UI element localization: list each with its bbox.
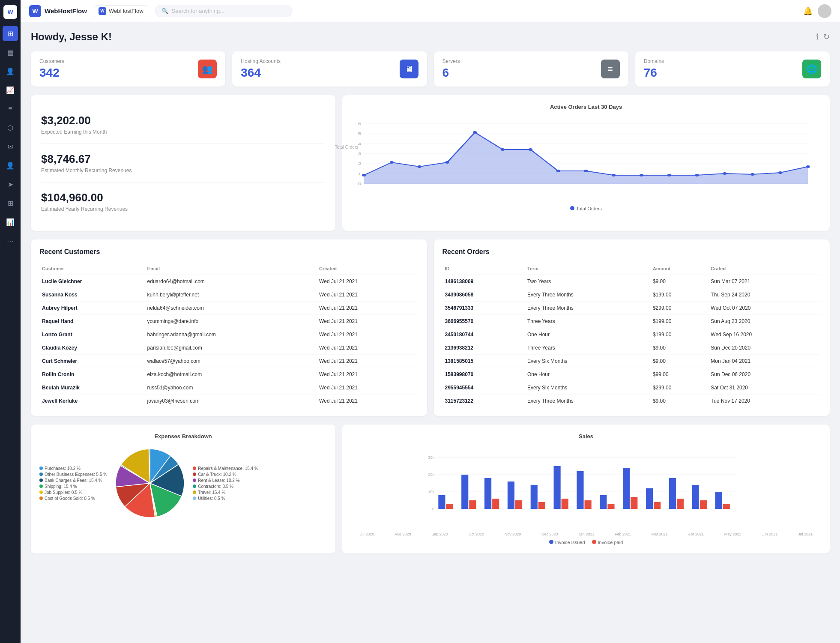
expenses-card: Expenses Breakdown Purchases: 10.2 %Othe… — [31, 425, 335, 553]
pie-wrapper: Purchases: 10.2 %Other Business Expenses… — [39, 445, 327, 522]
svg-point-26 — [695, 174, 699, 176]
x-label: Aug 2020 — [395, 532, 411, 536]
sidebar-item-billing[interactable]: ≡ — [3, 101, 18, 117]
table-row[interactable]: Susanna Kosskuhn.beryl@pfeffer.netWed Ju… — [39, 288, 419, 302]
sidebar-item-pages[interactable]: ▤ — [3, 45, 18, 60]
notification-icon[interactable]: 🔔 — [803, 6, 813, 16]
table-row[interactable]: Beulah Murazikruss51@yahoo.comWed Jul 21… — [39, 381, 419, 395]
stat-info: Hosting Accounts 364 — [241, 58, 281, 80]
svg-text:2: 2 — [358, 161, 362, 166]
table-cell: $299.00 — [650, 381, 708, 395]
svg-text:0: 0 — [358, 181, 362, 185]
main-wrapper: W WebHostFlow W WebHostFlow 🔍 Search for… — [21, 0, 840, 643]
sales-legend: Invoice issued Invoice paid — [351, 540, 821, 545]
x-label: Nov 2020 — [505, 532, 521, 536]
stat-card-0: Customers 342 👥 — [31, 51, 225, 87]
table-cell: 2136938212 — [442, 341, 525, 355]
table-cell: $9.00 — [650, 341, 708, 355]
svg-rect-50 — [692, 485, 699, 509]
table-row[interactable]: Jewell Kerlukejovany03@friesen.comWed Ju… — [39, 395, 419, 408]
table-cell: Aubrey Hilpert — [39, 302, 145, 315]
header-actions: ℹ ↻ — [816, 32, 830, 42]
topbar-logo: W WebHostFlow — [29, 5, 87, 17]
table-cell: 3439086058 — [442, 288, 525, 302]
sidebar: W ⊞ ▤ 👤 📈 ≡ ⬡ ✉ 👤 ➤ ⊞ 📊 ⋯ — [0, 0, 21, 643]
sidebar-item-plugins[interactable]: ⬡ — [3, 120, 18, 135]
svg-point-27 — [723, 172, 727, 175]
table-cell: elza.koch@hotmail.com — [145, 368, 317, 381]
orders-table: IDTermAmountCrated1486138009Two Years$9.… — [442, 263, 822, 407]
sales-chart-container: 010k20k30k Jul 2020Aug 2020Sep 2020Oct 2… — [351, 445, 821, 545]
expenses-title: Expenses Breakdown — [39, 433, 327, 440]
svg-rect-51 — [715, 492, 722, 509]
table-row[interactable]: 3546791333Every Three Months$299.00Wed O… — [442, 302, 822, 315]
table-cell: 3546791333 — [442, 302, 525, 315]
x-label: Jul 2020 — [359, 532, 374, 536]
table-row[interactable]: Raquel Handycummings@dare.infoWed Jul 21… — [39, 315, 419, 328]
col-header: ID — [442, 263, 525, 275]
table-row[interactable]: Claudia Kozeyparisian.lee@gmail.comWed J… — [39, 341, 419, 355]
sidebar-item-send[interactable]: ➤ — [3, 176, 18, 192]
bottom-row: Expenses Breakdown Purchases: 10.2 %Othe… — [31, 425, 830, 553]
stat-value: 76 — [644, 66, 664, 80]
table-cell: Sun Aug 23 2020 — [708, 315, 821, 328]
svg-text:4: 4 — [358, 141, 362, 146]
table-row[interactable]: Curt Schmelerwallace57@yahoo.comWed Jul … — [39, 355, 419, 368]
table-row[interactable]: Lucile Gleichnereduardo64@hotmail.comWed… — [39, 275, 419, 288]
sidebar-item-chart[interactable]: 📊 — [3, 214, 18, 230]
table-row[interactable]: 3450180744One Hour$199.00Wed Sep 16 2020 — [442, 328, 822, 341]
x-label: Jan 2021 — [578, 532, 594, 536]
search-bar[interactable]: 🔍 Search for anything... — [155, 5, 292, 17]
svg-point-16 — [418, 165, 421, 168]
svg-point-20 — [529, 148, 532, 151]
svg-rect-57 — [562, 499, 568, 509]
table-row[interactable]: 1486138009Two Years$9.00Sun Mar 07 2021 — [442, 275, 822, 288]
sidebar-item-grid[interactable]: ⊞ — [3, 195, 18, 211]
pie-label-item: Purchases: 10.2 % — [39, 466, 107, 471]
sidebar-item-mail[interactable]: ✉ — [3, 139, 18, 154]
table-row[interactable]: 1583998070One Hour$99.00Sun Dec 06 2020 — [442, 368, 822, 381]
table-cell: Wed Jul 21 2021 — [317, 275, 418, 288]
svg-rect-47 — [623, 468, 630, 509]
topbar-right: 🔔 — [803, 4, 831, 18]
sidebar-item-contacts[interactable]: 👤 — [3, 158, 18, 173]
sales-x-labels: Jul 2020Aug 2020Sep 2020Oct 2020Nov 2020… — [351, 532, 821, 536]
stat-label: Domains — [644, 58, 664, 64]
svg-rect-52 — [446, 504, 453, 509]
table-cell: Every Three Months — [525, 302, 650, 315]
table-row[interactable]: 3115723122Every Three Months$9.00Tue Nov… — [442, 395, 822, 408]
table-row[interactable]: Rollin Croninelza.koch@hotmail.comWed Ju… — [39, 368, 419, 381]
stat-label: Servers — [442, 58, 460, 64]
table-row[interactable]: 1381585015Every Six Months$9.00Mon Jan 0… — [442, 355, 822, 368]
sidebar-item-dashboard[interactable]: ⊞ — [3, 26, 18, 41]
table-cell: $299.00 — [650, 302, 708, 315]
table-cell: 3450180744 — [442, 328, 525, 341]
svg-point-17 — [445, 161, 449, 164]
x-label: Feb 2021 — [615, 532, 631, 536]
table-row[interactable]: 3439086058Every Three Months$199.00Thu S… — [442, 288, 822, 302]
pie-label-item: Other Business Expenses: 5.5 % — [39, 472, 107, 477]
metric-label: Estimated Yearly Recurring Revenues — [41, 206, 325, 212]
sidebar-item-more[interactable]: ⋯ — [3, 233, 18, 248]
metric-item-0: $3,202.00 Expected Earning this Month — [41, 105, 325, 144]
svg-point-28 — [750, 173, 754, 176]
table-row[interactable]: Lonzo Grantbahringer.arianna@gmail.comWe… — [39, 328, 419, 341]
svg-point-29 — [778, 171, 782, 174]
sidebar-item-analytics[interactable]: 📈 — [3, 82, 18, 98]
metric-amount: $104,960.00 — [41, 191, 325, 204]
refresh-icon[interactable]: ↻ — [823, 32, 830, 42]
table-row[interactable]: 3666955570Three Years$199.00Sun Aug 23 2… — [442, 315, 822, 328]
table-cell: Two Years — [525, 275, 650, 288]
topbar-brand-badge[interactable]: W WebHostFlow — [94, 5, 148, 17]
metrics-card: $3,202.00 Expected Earning this Month $8… — [31, 95, 335, 231]
stat-value: 364 — [241, 66, 281, 80]
avatar[interactable] — [818, 4, 831, 18]
svg-text:20k: 20k — [428, 473, 435, 477]
svg-point-21 — [556, 170, 560, 172]
sidebar-item-users[interactable]: 👤 — [3, 63, 18, 79]
table-row[interactable]: 2136938212Three Years$9.00Sun Dec 20 202… — [442, 341, 822, 355]
pie-label-item: Contractors: 0.5 % — [193, 484, 258, 489]
table-row[interactable]: 2955945554Every Six Months$299.00Sat Oct… — [442, 381, 822, 395]
info-icon[interactable]: ℹ — [816, 32, 819, 42]
table-row[interactable]: Aubrey Hilpertnelda64@schneider.comWed J… — [39, 302, 419, 315]
